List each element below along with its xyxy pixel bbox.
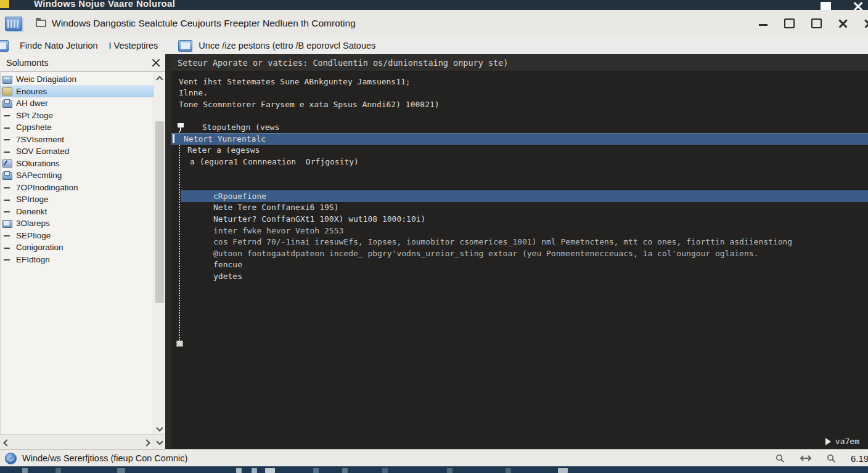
code-line[interactable]: Neturter? ConffanGXt1 100X) wut108 1000:…: [171, 213, 868, 225]
app-window-icon: [5, 17, 22, 31]
code-line[interactable]: Tone Scomnntorer Farysem e xata Spsus An…: [171, 99, 868, 110]
tree-item-label: AH dwer: [16, 99, 48, 108]
tree-item[interactable]: SOlurations: [1, 158, 154, 170]
tree-item[interactable]: Cppshete: [1, 121, 154, 134]
options-window-icon[interactable]: [178, 40, 192, 52]
taskbar-icon[interactable]: [22, 468, 28, 473]
tree-item[interactable]: AH dwer: [1, 97, 154, 110]
line-marker-icon: [178, 123, 184, 127]
tree-item[interactable]: Enoures: [1, 86, 154, 98]
taskbar-icon[interactable]: [447, 468, 452, 473]
tree-item-label: SOlurations: [16, 159, 60, 168]
code-line[interactable]: Vent ihst Stetemates Sune ABnkguntey Jam…: [171, 76, 868, 87]
tree-item-label: Enoures: [16, 87, 47, 96]
code-line[interactable]: Nete Tere Conffanexi6 19S): [171, 202, 868, 214]
zoom-in-icon[interactable]: [827, 454, 836, 463]
scroll-right-icon[interactable]: [142, 437, 154, 448]
taskbar-icon[interactable]: [558, 468, 568, 473]
scroll-left-icon[interactable]: [0, 437, 11, 448]
code-line[interactable]: inter fwke hevor Vetoh 2553: [171, 225, 868, 236]
scroll-down-icon[interactable]: [154, 424, 165, 435]
code-area[interactable]: Vent ihst Stetemates Sune ABnkguntey Jam…: [171, 71, 868, 450]
maximize-icon[interactable]: [811, 18, 822, 28]
tree-item-label: 7OPInodingation: [16, 183, 78, 192]
code-line[interactable]: [171, 179, 868, 190]
tree-vertical-scrollbar[interactable]: [154, 72, 165, 435]
code-line[interactable]: @utoon footogaatdpateon incede_ pbgry'vo…: [171, 248, 868, 259]
taskbar-icon[interactable]: [313, 468, 319, 473]
code-line[interactable]: a (eguora1 Connneation Orfjgosity): [171, 156, 868, 168]
scrollbar-thumb[interactable]: [155, 121, 164, 303]
tree-item[interactable]: 7SVIserment: [1, 134, 154, 146]
fit-width-icon[interactable]: [800, 455, 812, 462]
play-icon: [825, 438, 831, 445]
tree-item-icon: [2, 219, 13, 228]
toolbar-right-group: Unce /ize pestons (ettro /B eporovcl Sat…: [178, 40, 375, 52]
tree-item-icon: [2, 159, 13, 168]
code-line[interactable]: cos Fetrnd 70/-1inai iresuwEfs, Iopses, …: [171, 236, 868, 248]
tree-item[interactable]: Denenkt: [1, 206, 154, 218]
close-icon[interactable]: [853, 1, 863, 10]
window-chrome-bar: Windows Dangostic Sealctule Ceujourts Fr…: [0, 10, 868, 38]
scroll-down-icon[interactable]: [154, 437, 165, 448]
tree-item-label: SOV Eomated: [16, 147, 69, 156]
tree-item[interactable]: SPt Ztoge: [1, 110, 154, 122]
taskbar-icon[interactable]: [236, 468, 242, 473]
zoom-out-icon[interactable]: [776, 454, 785, 463]
code-line[interactable]: [171, 110, 868, 122]
menu-item[interactable]: I Vesteptires: [109, 41, 158, 51]
tree-item[interactable]: Conigoration: [1, 241, 154, 254]
maximize-icon[interactable]: [821, 2, 831, 10]
tree-item[interactable]: SPIrtoge: [1, 193, 154, 206]
tree-item[interactable]: 7OPInodingation: [1, 182, 154, 194]
scroll-up-icon[interactable]: [154, 72, 165, 83]
zoom-level-value[interactable]: 6.19: [851, 453, 868, 464]
new-window-icon[interactable]: [0, 40, 9, 52]
code-editor[interactable]: Seteur Aporate or vatcies: Condluentin o…: [171, 54, 868, 450]
tree-item[interactable]: EFIdtogn: [1, 254, 154, 266]
sidebar-header: Solumonts: [0, 54, 165, 71]
code-line[interactable]: Ilnne.: [171, 87, 868, 99]
tree-horizontal-scrollbar[interactable]: [0, 434, 165, 450]
tree-item-label: 3Olareps: [16, 219, 50, 228]
code-line[interactable]: ydetes: [171, 270, 868, 282]
pane-splitter[interactable]: [165, 54, 171, 450]
tree-item-label: SEPIioge: [16, 231, 51, 240]
tree-item[interactable]: SOV Eomated: [1, 145, 154, 158]
code-line[interactable]: Reter a (egesws: [171, 145, 868, 156]
code-line[interactable]: Netort Yunrentalc: [171, 133, 868, 145]
taskbar-icon[interactable]: [382, 468, 388, 473]
tree-item[interactable]: SEPIioge: [1, 230, 154, 242]
code-text: @utoon footogaatdpateon incede_ pbgry'vo…: [213, 249, 758, 258]
tree-item[interactable]: Weic Driagiation: [1, 73, 154, 86]
taskbar-icon[interactable]: [506, 468, 511, 473]
fold-end-marker: [176, 341, 183, 347]
taskbar-icon[interactable]: [342, 468, 348, 473]
code-line[interactable]: cRpouefione: [171, 190, 868, 202]
code-text: Netort Yunrentalc: [184, 134, 266, 144]
taskbar-icon[interactable]: [117, 468, 125, 473]
tree-item-label: 7SVIserment: [16, 135, 64, 144]
editor-run-indicator[interactable]: va7em: [825, 437, 859, 446]
code-line[interactable]: fencue: [171, 259, 868, 271]
taskbar-icon[interactable]: [265, 468, 275, 473]
restore-icon[interactable]: [784, 18, 795, 28]
code-text: inter fwke hevor Vetoh 2553: [213, 226, 343, 235]
tree-item[interactable]: SAPecmting: [1, 169, 154, 182]
close-icon[interactable]: [838, 19, 848, 28]
tree-item-icon: [2, 111, 13, 119]
minimize-icon[interactable]: [759, 24, 768, 26]
tree-item-label: Cppshete: [16, 123, 52, 132]
toolbar-right-label: Unce /ize pestons (ettro /B eporovcl Sat…: [199, 41, 375, 51]
menu-item[interactable]: Finde Nato Jeturion: [20, 41, 98, 51]
taskbar-icon[interactable]: [55, 468, 61, 473]
taskbar[interactable]: [0, 466, 868, 473]
code-line[interactable]: Stoputehgn (vews: [171, 121, 868, 133]
code-line[interactable]: [171, 168, 868, 179]
sidebar-close-icon[interactable]: [152, 59, 160, 67]
close-icon-partial[interactable]: [864, 19, 868, 28]
tree-item-icon: [2, 99, 13, 108]
run-label: va7em: [835, 437, 859, 446]
tree-item[interactable]: 3Olareps: [1, 217, 154, 230]
taskbar-icon[interactable]: [252, 468, 257, 473]
